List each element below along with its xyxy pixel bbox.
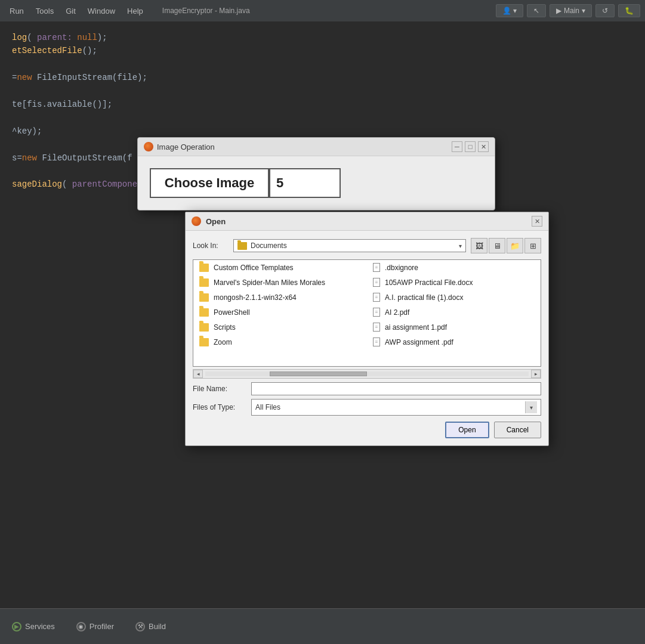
window-title: ImageEncryptor - Main.java	[162, 7, 250, 15]
file-item-10[interactable]: Zoom	[193, 335, 367, 349]
menu-bar: Run Tools Git Window Help ImageEncryptor…	[0, 0, 645, 21]
toolbar-home-btn[interactable]: 🖼	[471, 238, 487, 253]
open-dialog-title-text: Open	[206, 217, 226, 226]
look-in-select[interactable]: Documents ▾	[233, 239, 466, 252]
image-operation-dialog: Image Operation ─ □ ✕ Choose Image	[137, 137, 495, 210]
status-services[interactable]: ▶ Services	[7, 620, 60, 634]
doc-icon-11	[373, 338, 380, 346]
status-build[interactable]: ⚒ Build	[131, 620, 171, 634]
doc-icon-9	[373, 323, 380, 332]
maximize-button[interactable]: □	[465, 141, 476, 152]
code-line-6: te[fis.available()];	[12, 98, 633, 111]
file-item-9[interactable]: ai assignment 1.pdf	[367, 320, 541, 335]
open-dialog-buttons: Open Cancel	[193, 422, 541, 438]
image-op-title-text: Image Operation	[157, 143, 215, 151]
file-toolbar-icons: 🖼 🖥 📁 ⊞	[471, 238, 541, 253]
toolbar-folder-btn[interactable]: 📁	[507, 238, 523, 253]
toolbar-view-btn[interactable]: ⊞	[524, 238, 541, 253]
file-name-input[interactable]	[251, 382, 541, 395]
file-name-9: ai assignment 1.pdf	[385, 323, 447, 332]
code-line-4: =new FileInputStream(file);	[12, 71, 633, 84]
file-list: Custom Office Templates .dbxignore Marve…	[193, 259, 541, 367]
file-item-5[interactable]: A.I. practical file (1).docx	[367, 290, 541, 305]
file-item-6[interactable]: PowerShell	[193, 305, 367, 320]
horizontal-scrollbar[interactable]: ◂ ▸	[193, 369, 541, 379]
java-icon	[144, 142, 153, 151]
toolbar-person-btn[interactable]: 👤 ▾	[496, 4, 523, 17]
file-name-4: mongosh-2.1.1-win32-x64	[214, 293, 297, 302]
file-item-1[interactable]: .dbxignore	[367, 260, 541, 275]
file-name-1: .dbxignore	[385, 264, 418, 272]
open-java-icon	[192, 216, 201, 226]
file-item-4[interactable]: mongosh-2.1.1-win32-x64	[193, 290, 367, 305]
look-in-label: Look In:	[193, 242, 229, 250]
image-op-title-left: Image Operation	[144, 142, 215, 151]
file-name-7: AI 2.pdf	[385, 308, 409, 317]
open-button[interactable]: Open	[445, 422, 489, 438]
image-count-input[interactable]	[269, 168, 341, 198]
status-bar: ▶ Services ◉ Profiler ⚒ Build	[0, 608, 645, 644]
folder-icon-0	[199, 264, 209, 272]
code-line-3	[12, 58, 633, 71]
file-name-10: Zoom	[214, 338, 232, 346]
scroll-right-arrow[interactable]: ▸	[531, 370, 541, 378]
toolbar-desktop-btn[interactable]: 🖥	[489, 238, 505, 253]
file-name-5: A.I. practical file (1).docx	[385, 293, 463, 302]
main-label: Main	[564, 7, 579, 15]
choose-image-button[interactable]: Choose Image	[150, 168, 269, 198]
services-icon: ▶	[12, 622, 21, 631]
menu-tools[interactable]: Tools	[31, 4, 58, 18]
file-name-6: PowerShell	[214, 308, 250, 317]
build-icon: ⚒	[135, 622, 145, 631]
toolbar-main-btn[interactable]: ▶ Main ▾	[550, 4, 592, 17]
status-profiler[interactable]: ◉ Profiler	[72, 620, 119, 634]
scrollbar-track	[205, 371, 529, 376]
files-of-type-select[interactable]: All Files ▾	[251, 399, 541, 416]
folder-icon	[237, 242, 247, 250]
toolbar-bug-btn[interactable]: 🐛	[618, 4, 640, 17]
menu-window[interactable]: Window	[83, 4, 120, 18]
code-line-1: log( parent: null);	[12, 31, 633, 44]
folder-icon-10	[199, 338, 209, 346]
services-label: Services	[25, 622, 55, 631]
menu-help[interactable]: Help	[122, 4, 148, 18]
file-name-label: File Name:	[193, 385, 246, 393]
look-in-value: Documents	[251, 242, 287, 250]
file-item-0[interactable]: Custom Office Templates	[193, 260, 367, 275]
image-op-title-bar: Image Operation ─ □ ✕	[138, 138, 495, 156]
profiler-icon: ◉	[76, 622, 86, 631]
scrollbar-thumb	[270, 371, 367, 376]
file-item-7[interactable]: AI 2.pdf	[367, 305, 541, 320]
doc-icon-3	[373, 278, 380, 287]
folder-icon-6	[199, 308, 209, 317]
toolbar-arrow-btn[interactable]: ↖	[527, 4, 546, 17]
toolbar-refresh-btn[interactable]: ↺	[595, 4, 615, 17]
menu-git[interactable]: Git	[61, 4, 81, 18]
open-dialog-title-bar: Open ✕	[186, 212, 548, 231]
look-in-row: Look In: Documents ▾ 🖼 🖥 📁 ⊞	[193, 238, 541, 253]
file-item-3[interactable]: 105AWP Practical File.docx	[367, 275, 541, 290]
file-name-row: File Name:	[193, 382, 541, 395]
code-line-2: etSelectedFile();	[12, 44, 633, 57]
file-item-2[interactable]: Marvel's Spider-Man Miles Morales	[193, 275, 367, 290]
code-line-8: ^key);	[12, 125, 633, 138]
minimize-button[interactable]: ─	[452, 141, 462, 152]
toolbar-right: 👤 ▾ ↖ ▶ Main ▾ ↺ 🐛	[496, 0, 645, 21]
look-in-dropdown-arrow: ▾	[459, 243, 462, 249]
folder-icon-4	[199, 293, 209, 302]
dropdown-arrow-icon: ▾	[582, 7, 585, 15]
close-button[interactable]: ✕	[478, 141, 489, 152]
menu-run[interactable]: Run	[5, 4, 29, 18]
file-item-11[interactable]: AWP assignment .pdf	[367, 335, 541, 349]
open-dialog-close-button[interactable]: ✕	[532, 216, 542, 227]
file-name-11: AWP assignment .pdf	[385, 338, 453, 346]
code-line-7	[12, 111, 633, 124]
profiler-label: Profiler	[90, 622, 114, 631]
cancel-button[interactable]: Cancel	[494, 422, 541, 438]
file-item-8[interactable]: Scripts	[193, 320, 367, 335]
file-name-2: Marvel's Spider-Man Miles Morales	[214, 278, 325, 287]
file-name-8: Scripts	[214, 323, 236, 332]
doc-icon-7	[373, 308, 380, 317]
open-dialog-title-left: Open	[192, 216, 226, 226]
scroll-left-arrow[interactable]: ◂	[193, 370, 203, 378]
